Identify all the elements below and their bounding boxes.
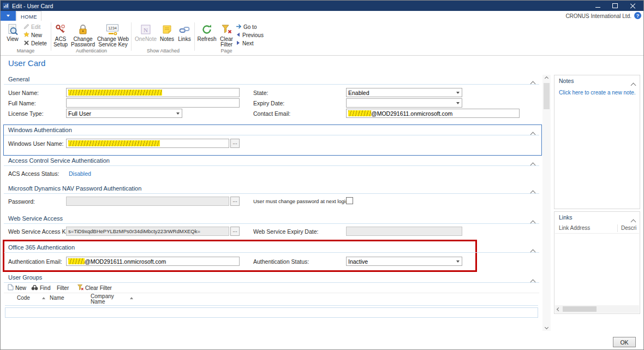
lock-icon	[77, 22, 89, 36]
web-service-access-key-input[interactable]: s=TiD9xqdBHePYLBzMPs0r34diMbcty223rWRdMX…	[66, 227, 229, 236]
authentication-email-input[interactable]: @MOD291611.onmicrosoft.com	[66, 257, 240, 266]
collapse-office365-icon[interactable]	[530, 250, 536, 255]
scroll-down-button[interactable]	[542, 324, 551, 331]
app-window: Edit - User Card HOME CRONUS Internation…	[0, 0, 644, 350]
collapse-user-groups-icon[interactable]	[530, 280, 536, 285]
edit-pencil-icon	[23, 23, 29, 31]
collapse-windows-auth-icon[interactable]	[530, 132, 536, 138]
scroll-left-button[interactable]	[555, 305, 562, 313]
full-name-input[interactable]	[66, 98, 240, 108]
column-header-name[interactable]: Name	[50, 295, 64, 301]
password-lookup-button[interactable]: ...	[230, 197, 240, 206]
links-button[interactable]: Links	[176, 22, 193, 42]
windows-user-name-input[interactable]	[66, 139, 229, 148]
sort-caret-icon[interactable]	[130, 297, 133, 299]
scroll-up-button[interactable]	[542, 75, 551, 82]
authentication-email-label: Authentication Email:	[8, 258, 62, 265]
edit-button[interactable]: Edit	[23, 23, 40, 31]
svg-text:1234: 1234	[108, 26, 117, 30]
column-header-code[interactable]: Code	[17, 295, 30, 301]
web-service-expiry-date-input[interactable]	[346, 227, 462, 236]
contact-email-input[interactable]: @MOD291611.onmicrosoft.com	[346, 109, 520, 118]
ok-button[interactable]: OK	[613, 337, 636, 347]
column-header-company-name[interactable]: Company Name	[91, 294, 122, 305]
usergroups-find-button[interactable]: Find	[31, 284, 50, 292]
collapse-notes-icon[interactable]	[631, 83, 636, 88]
section-acs-header: Access Control Service Authentication	[4, 156, 539, 166]
previous-button[interactable]: Previous	[236, 32, 264, 39]
chevron-down-icon	[545, 325, 548, 329]
user-name-input[interactable]	[66, 88, 240, 97]
application-menu-button[interactable]	[1, 11, 16, 21]
collapse-links-icon[interactable]	[631, 220, 636, 225]
windows-user-name-label: Windows User Name:	[8, 140, 64, 147]
links-column-address[interactable]: Link Address	[559, 225, 613, 231]
new-button[interactable]: New	[23, 32, 42, 39]
view-button-label: View	[7, 37, 19, 42]
close-button[interactable]	[624, 1, 641, 11]
authentication-status-select[interactable]: Inactive	[346, 257, 462, 266]
expiry-date-select[interactable]	[346, 98, 462, 108]
notes-button[interactable]: Notes	[159, 22, 175, 42]
acs-setup-button[interactable]: ACS Setup	[52, 22, 69, 48]
collapse-web-service-icon[interactable]	[530, 221, 536, 226]
refresh-button[interactable]: Refresh	[196, 22, 217, 42]
minimize-button[interactable]	[589, 1, 606, 11]
company-name: CRONUS International Ltd.	[565, 13, 631, 19]
license-type-value: Full User	[68, 110, 91, 117]
change-password-button[interactable]: Change Password	[70, 22, 96, 48]
onenote-button[interactable]: N OneNote	[134, 22, 158, 42]
full-name-label: Full Name:	[8, 100, 36, 106]
delete-button[interactable]: Delete	[23, 40, 47, 47]
user-groups-grid-body[interactable]	[5, 307, 538, 318]
section-user-groups-title: User Groups	[8, 274, 42, 281]
section-windows-auth-header: Windows Authentication	[4, 126, 539, 135]
scrollbar-thumb[interactable]	[563, 306, 597, 312]
help-icon[interactable]: ?	[634, 12, 641, 19]
change-web-service-key-button[interactable]: 1234 Change Web Service Key	[97, 22, 129, 48]
links-header-divider	[555, 233, 639, 234]
maximize-icon	[612, 3, 618, 8]
main-scrollbar[interactable]	[542, 75, 551, 331]
collapse-acs-icon[interactable]	[530, 163, 536, 168]
links-horizontal-scrollbar[interactable]	[555, 305, 639, 313]
notes-panel-title: Notes	[559, 78, 574, 84]
goto-arrow-icon	[236, 23, 242, 31]
collapse-general-icon[interactable]	[530, 81, 536, 87]
links-column-description[interactable]: Descri	[621, 225, 639, 231]
refresh-icon	[201, 22, 213, 36]
sort-caret-icon[interactable]	[42, 297, 45, 299]
windows-user-name-lookup-button[interactable]: ...	[230, 139, 240, 148]
goto-button[interactable]: Go to	[236, 23, 257, 31]
usergroups-clear-filter-button[interactable]: Clear Filter	[77, 284, 112, 292]
acs-access-status-value[interactable]: Disabled	[69, 170, 91, 177]
view-button[interactable]: View	[3, 22, 22, 42]
clear-filter-button[interactable]: Clear Filter	[218, 22, 235, 48]
authentication-status-label: Authentication Status:	[253, 258, 309, 265]
license-type-select[interactable]: Full User	[66, 109, 182, 118]
web-service-key-lookup-button[interactable]: ...	[230, 227, 240, 236]
ribbon-separator	[51, 22, 51, 51]
section-nav-password-header: Microsoft Dynamics NAV Password Authenti…	[4, 184, 539, 194]
collapse-nav-password-icon[interactable]	[530, 191, 536, 196]
change-password-label: Change Password	[70, 37, 96, 48]
password-input[interactable]	[66, 197, 229, 206]
usergroups-filter-button[interactable]: Filter	[57, 284, 69, 292]
usergroups-new-button[interactable]: New	[7, 284, 26, 292]
previous-arrow-icon	[236, 32, 241, 38]
app-icon	[3, 3, 9, 9]
toolbar-divider	[4, 293, 539, 293]
scrollbar-thumb[interactable]	[544, 83, 550, 109]
chevron-down-icon	[7, 15, 10, 17]
page-title: User Card	[8, 58, 45, 68]
must-change-password-checkbox[interactable]	[346, 197, 353, 204]
maximize-button[interactable]	[606, 1, 624, 11]
state-select[interactable]: Enabled	[346, 88, 462, 97]
create-note-link[interactable]: Click here to create a new note.	[559, 90, 636, 96]
ribbon-tab-row: HOME CRONUS International Ltd. ?	[1, 11, 643, 21]
onenote-icon: N	[140, 22, 151, 36]
chevron-down-icon	[456, 92, 460, 94]
tab-home[interactable]: HOME	[16, 11, 41, 21]
next-button[interactable]: Next	[236, 40, 254, 47]
show-attached-group-label: Show Attached	[134, 48, 193, 54]
